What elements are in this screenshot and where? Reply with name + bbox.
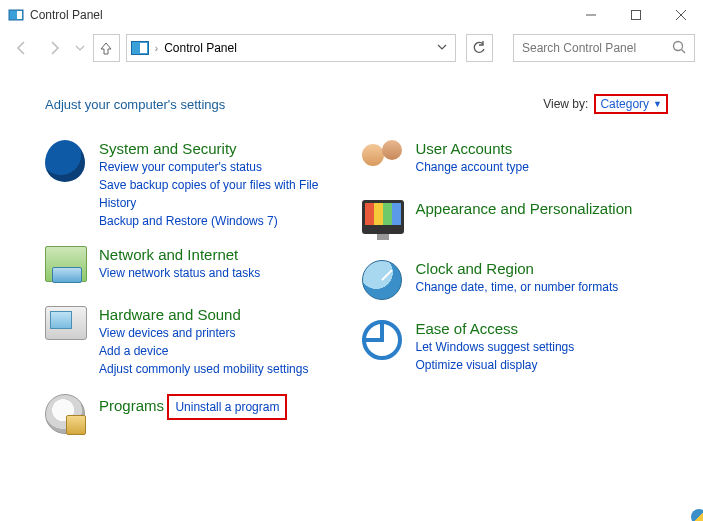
category-link[interactable]: Backup and Restore (Windows 7) [99, 212, 352, 230]
category-hardware: Hardware and Sound View devices and prin… [45, 306, 352, 378]
address-text: Control Panel [164, 41, 237, 55]
minimize-button[interactable] [568, 0, 613, 30]
svg-rect-3 [631, 10, 640, 19]
category-link[interactable]: Let Windows suggest settings [416, 338, 669, 356]
category-link[interactable]: Change date, time, or number formats [416, 278, 669, 296]
navbar: › Control Panel [0, 30, 703, 66]
category-columns: System and Security Review your computer… [45, 140, 668, 454]
category-system-security: System and Security Review your computer… [45, 140, 352, 230]
programs-icon [45, 394, 89, 438]
search-box[interactable] [513, 34, 695, 62]
control-panel-icon [8, 7, 24, 23]
category-appearance: Appearance and Personalization [362, 200, 669, 244]
page-heading: Adjust your computer's settings [45, 97, 543, 112]
svg-point-6 [674, 41, 683, 50]
category-clock: Clock and Region Change date, time, or n… [362, 260, 669, 304]
refresh-button[interactable] [466, 34, 493, 62]
back-button[interactable] [8, 34, 35, 62]
viewby-dropdown[interactable]: Category ▼ [594, 94, 668, 114]
category-title[interactable]: Hardware and Sound [99, 306, 241, 323]
right-column: User Accounts Change account type Appear… [362, 140, 669, 454]
category-programs: Programs Uninstall a program [45, 394, 352, 438]
category-title[interactable]: System and Security [99, 140, 237, 157]
viewby-value: Category [600, 97, 649, 111]
window-controls [568, 0, 703, 30]
titlebar: Control Panel [0, 0, 703, 30]
uninstall-program-link[interactable]: Uninstall a program [175, 400, 279, 414]
category-title[interactable]: User Accounts [416, 140, 513, 157]
search-icon [672, 40, 686, 57]
address-dropdown[interactable] [433, 41, 451, 55]
category-link[interactable]: Add a device [99, 342, 352, 360]
history-dropdown[interactable] [74, 34, 87, 62]
category-link[interactable]: Adjust commonly used mobility settings [99, 360, 352, 378]
address-icon [131, 41, 149, 55]
system-security-icon [45, 140, 89, 184]
category-network: Network and Internet View network status… [45, 246, 352, 290]
network-icon [45, 246, 89, 290]
category-user-accounts: User Accounts Change account type [362, 140, 669, 184]
uninstall-highlight: Uninstall a program [167, 394, 287, 420]
ease-of-access-icon [362, 320, 406, 364]
svg-line-7 [682, 49, 686, 53]
search-input[interactable] [522, 41, 672, 55]
category-title[interactable]: Programs [99, 397, 164, 414]
maximize-button[interactable] [613, 0, 658, 30]
category-title[interactable]: Clock and Region [416, 260, 534, 277]
appearance-icon [362, 200, 406, 244]
category-link[interactable]: View devices and printers [99, 324, 352, 342]
category-title[interactable]: Ease of Access [416, 320, 519, 337]
category-title[interactable]: Network and Internet [99, 246, 238, 263]
svg-rect-1 [17, 11, 22, 19]
chevron-down-icon: ▼ [653, 99, 662, 109]
viewby-label: View by: [543, 97, 588, 111]
category-title[interactable]: Appearance and Personalization [416, 200, 633, 217]
forward-button[interactable] [41, 34, 68, 62]
clock-icon [362, 260, 406, 304]
up-button[interactable] [93, 34, 120, 62]
category-ease-of-access: Ease of Access Let Windows suggest setti… [362, 320, 669, 374]
hardware-icon [45, 306, 89, 350]
user-accounts-icon [362, 140, 406, 184]
category-link[interactable]: Optimize visual display [416, 356, 669, 374]
address-bar[interactable]: › Control Panel [126, 34, 456, 62]
content-area: Adjust your computer's settings View by:… [0, 66, 703, 464]
category-link[interactable]: View network status and tasks [99, 264, 352, 282]
category-link[interactable]: Save backup copies of your files with Fi… [99, 176, 352, 212]
close-button[interactable] [658, 0, 703, 30]
window-title: Control Panel [30, 8, 568, 22]
category-link[interactable]: Review your computer's status [99, 158, 352, 176]
category-link[interactable]: Change account type [416, 158, 529, 176]
heading-row: Adjust your computer's settings View by:… [45, 94, 668, 114]
left-column: System and Security Review your computer… [45, 140, 352, 454]
shield-icon [691, 509, 703, 521]
chevron-right-icon: › [155, 43, 158, 54]
